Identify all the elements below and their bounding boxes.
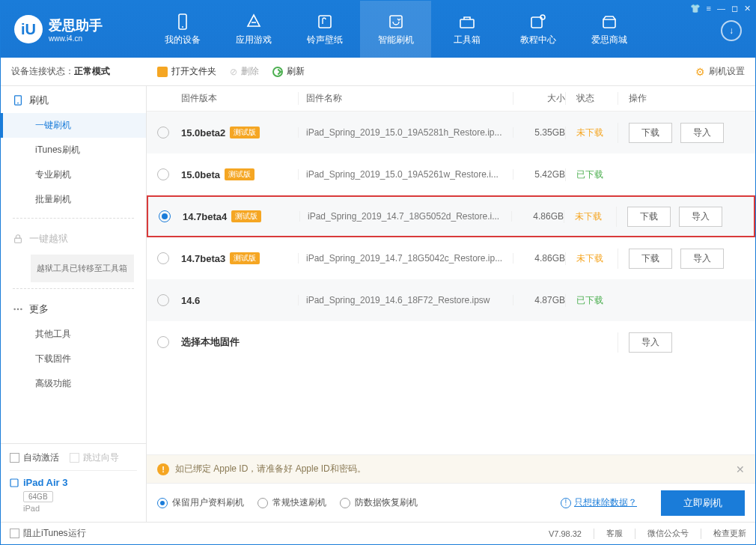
block-itunes-checkbox[interactable]: 阻止iTunes运行	[10, 527, 86, 540]
svg-rect-3	[319, 16, 331, 28]
firmware-size: 4.86GB	[511, 211, 564, 222]
nav-item[interactable]: 爱思商城	[573, 1, 644, 58]
sidebar-item[interactable]: 其他工具	[1, 322, 146, 347]
row-radio[interactable]	[157, 168, 169, 180]
app-url: www.i4.cn	[49, 34, 103, 43]
app-name: 爱思助手	[49, 16, 103, 34]
flash-icon	[13, 95, 23, 106]
download-button[interactable]: 下载	[629, 123, 672, 143]
device-icon	[10, 478, 19, 487]
flash-option[interactable]: 常规快速刷机	[257, 496, 326, 509]
row-radio[interactable]	[157, 336, 169, 348]
import-button[interactable]: 导入	[680, 249, 724, 269]
sidebar-item[interactable]: 高级功能	[1, 371, 146, 396]
sidebar: 刷机 一键刷机iTunes刷机专业刷机批量刷机 一键越狱 越狱工具已转移至工具箱…	[1, 86, 147, 522]
support-link[interactable]: 客服	[606, 528, 623, 539]
firmware-row[interactable]: 14.7beta4测试版 iPad_Spring_2019_14.7_18G50…	[147, 195, 755, 237]
firmware-row[interactable]: 14.6 iPad_Spring_2019_14.6_18F72_Restore…	[147, 279, 755, 321]
sidebar-item[interactable]: 下载固件	[1, 347, 146, 371]
check-update-link[interactable]: 检查更新	[713, 528, 746, 539]
flash-settings-button[interactable]: ⚙ 刷机设置	[695, 65, 745, 78]
folder-icon	[157, 67, 168, 77]
beta-badge: 测试版	[230, 127, 260, 138]
row-radio[interactable]	[159, 210, 171, 222]
svg-point-11	[13, 308, 15, 309]
menu-icon[interactable]: ≡	[707, 4, 711, 13]
row-radio[interactable]	[157, 252, 169, 264]
minimize-icon[interactable]: —	[717, 4, 725, 13]
auto-activate-checkbox[interactable]: 自动激活	[10, 451, 59, 464]
connection-status: 设备连接状态：正常模式	[1, 65, 147, 78]
nav-item[interactable]: 教程中心	[502, 1, 573, 58]
main-body: 刷机 一键刷机iTunes刷机专业刷机批量刷机 一键越狱 越狱工具已转移至工具箱…	[1, 86, 755, 522]
nav-item[interactable]: 智能刷机	[360, 1, 431, 58]
flash-option[interactable]: 防数据恢复刷机	[340, 496, 418, 509]
firmware-row[interactable]: 14.7beta3测试版 iPad_Spring_2019_14.7_18G50…	[147, 237, 755, 279]
open-folder-button[interactable]: 打开文件夹	[157, 65, 216, 78]
wechat-link[interactable]: 微信公众号	[647, 528, 689, 539]
nav-item[interactable]: 工具箱	[431, 1, 502, 58]
firmware-status: 未下载	[564, 210, 616, 223]
firmware-size: 4.86GB	[513, 253, 565, 264]
more-icon	[13, 304, 23, 314]
download-button[interactable]: 下载	[627, 207, 671, 227]
logo: iU 爱思助手 www.i4.cn	[1, 15, 147, 43]
svg-rect-10	[15, 238, 22, 243]
sidebar-item[interactable]: 一键刷机	[1, 113, 146, 138]
row-radio[interactable]	[157, 127, 169, 138]
nav-icon	[600, 13, 618, 31]
flash-now-button[interactable]: 立即刷机	[661, 490, 745, 516]
skip-guide-checkbox[interactable]: 跳过向导	[70, 451, 119, 464]
warning-icon: !	[157, 463, 169, 475]
flash-option[interactable]: 保留用户资料刷机	[157, 496, 244, 509]
table-header: 固件版本 固件名称 大小 状态 操作	[147, 86, 755, 112]
col-status: 状态	[565, 92, 618, 105]
refresh-button[interactable]: 刷新	[272, 65, 305, 78]
nav-icon	[316, 13, 334, 31]
device-name[interactable]: iPad Air 3	[10, 477, 137, 488]
local-firmware-row[interactable]: 选择本地固件 导入	[147, 321, 755, 363]
import-button[interactable]: 导入	[679, 207, 722, 227]
svg-rect-5	[460, 19, 474, 28]
action-bar: 保留用户资料刷机常规快速刷机防数据恢复刷机 ! 只想抹除数据？ 立即刷机	[147, 483, 755, 522]
app-header: 👕 ≡ — ◻ ✕ iU 爱思助手 www.i4.cn 我的设备应用游戏铃声壁纸…	[1, 1, 755, 58]
row-radio[interactable]	[157, 294, 169, 306]
logo-icon: iU	[14, 15, 43, 43]
firmware-row[interactable]: 15.0beta2测试版 iPad_Spring_2019_15.0_19A52…	[147, 112, 755, 153]
window-controls: 👕 ≡ — ◻ ✕	[690, 4, 751, 13]
device-type: iPad	[10, 504, 137, 513]
nav-item[interactable]: 应用游戏	[218, 1, 289, 58]
firmware-name: iPad_Spring_2019_15.0_19A5281h_Restore.i…	[298, 127, 513, 138]
erase-link[interactable]: ! 只想抹除数据？	[561, 496, 637, 509]
sidebar-item[interactable]: 批量刷机	[1, 187, 146, 212]
nav-item[interactable]: 铃声壁纸	[289, 1, 360, 58]
nav-icon	[458, 13, 476, 31]
download-indicator-icon[interactable]: ↓	[721, 20, 742, 41]
version-label: V7.98.32	[549, 529, 582, 538]
import-button[interactable]: 导入	[680, 123, 724, 143]
maximize-icon[interactable]: ◻	[731, 4, 738, 13]
sidebar-section-flash[interactable]: 刷机	[1, 86, 146, 113]
sidebar-section-jailbreak: 一键越狱	[1, 225, 146, 252]
notice-close-icon[interactable]: ✕	[736, 463, 745, 475]
gear-icon: ⚙	[695, 66, 705, 78]
notice-text: 如已绑定 Apple ID，请准备好 Apple ID和密码。	[175, 463, 366, 475]
beta-badge: 测试版	[225, 168, 254, 180]
firmware-size: 4.87GB	[513, 295, 565, 305]
sidebar-item[interactable]: 专业刷机	[1, 162, 146, 187]
sidebar-section-more[interactable]: 更多	[1, 295, 146, 322]
sidebar-item[interactable]: iTunes刷机	[1, 138, 146, 162]
tshirt-icon[interactable]: 👕	[690, 4, 701, 13]
firmware-name: iPad_Spring_2019_14.7_18G5042c_Restore.i…	[298, 253, 513, 264]
firmware-name: iPad_Spring_2019_15.0_19A5261w_Restore.i…	[298, 169, 513, 180]
download-button[interactable]: 下载	[629, 249, 672, 269]
nav-item[interactable]: 我的设备	[147, 1, 218, 58]
svg-point-13	[20, 308, 22, 309]
firmware-status: 已下载	[565, 168, 618, 181]
import-button[interactable]: 导入	[629, 332, 672, 353]
toolbar: 打开文件夹 ⊘ 删除 刷新 ⚙ 刷机设置	[147, 65, 755, 78]
device-capacity: 64GB	[23, 491, 53, 502]
firmware-row[interactable]: 15.0beta测试版 iPad_Spring_2019_15.0_19A526…	[147, 153, 755, 195]
close-icon[interactable]: ✕	[744, 4, 751, 13]
nav-icon	[245, 13, 263, 31]
